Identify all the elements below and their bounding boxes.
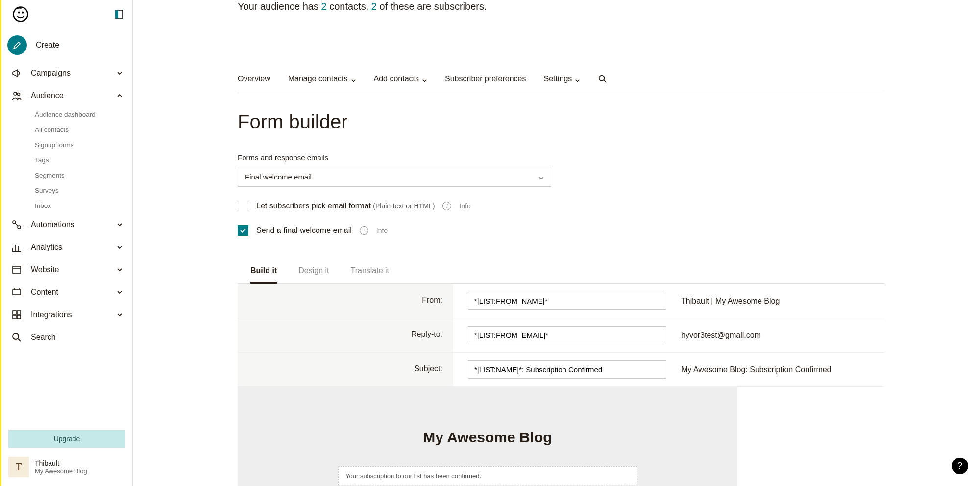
tab-label: Manage contacts (288, 75, 348, 83)
svg-point-16 (599, 76, 605, 81)
forms-select-label: Forms and response emails (238, 153, 960, 162)
user-account[interactable]: T Thibault My Awesome Blog (1, 452, 132, 486)
chevron-down-icon (117, 244, 123, 251)
tab-manage-contacts[interactable]: Manage contacts (288, 75, 356, 83)
chevron-down-icon (117, 266, 123, 273)
info-icon[interactable]: i (442, 202, 451, 210)
mailchimp-logo[interactable] (12, 6, 29, 23)
forms-select[interactable]: Final welcome email (238, 167, 551, 187)
tab-subscriber-preferences[interactable]: Subscriber preferences (445, 75, 526, 83)
option-send-welcome: Send a final welcome email i Info (238, 225, 960, 236)
chevron-down-icon (575, 77, 580, 82)
sidebar-item-integrations[interactable]: Integrations (1, 304, 132, 326)
svg-point-1 (18, 11, 20, 13)
people-icon (11, 90, 22, 101)
preview-message: Your subscription to our list has been c… (345, 472, 481, 480)
subject-input[interactable] (468, 360, 666, 379)
nav-label: Integrations (31, 310, 108, 319)
info-icon[interactable]: i (360, 226, 368, 235)
subnav-segments[interactable]: Segments (35, 168, 132, 183)
email-preview: My Awesome Blog Your subscription to our… (238, 387, 737, 486)
page-title: Form builder (238, 111, 960, 133)
option-label: Send a final welcome email (256, 226, 352, 235)
chevron-down-icon (117, 70, 123, 77)
tab-add-contacts[interactable]: Add contacts (374, 75, 428, 83)
svg-point-15 (13, 333, 19, 339)
sidebar-item-campaigns[interactable]: Campaigns (1, 62, 132, 84)
tab-translate-it[interactable]: Translate it (350, 261, 389, 283)
subnav-signup-forms[interactable]: Signup forms (35, 137, 132, 153)
from-input[interactable] (468, 292, 666, 310)
svg-point-6 (18, 93, 20, 96)
nav-label: Search (31, 333, 123, 342)
sidebar: Create Campaigns Audience Audience dashb… (1, 0, 133, 486)
option-label: Let subscribers pick email format (256, 202, 373, 210)
upgrade-button[interactable]: Upgrade (8, 430, 125, 448)
automation-icon (11, 219, 22, 230)
chevron-up-icon (117, 92, 123, 99)
content-icon (11, 287, 22, 298)
subscriber-count[interactable]: 2 (371, 1, 377, 12)
tab-settings[interactable]: Settings (543, 75, 580, 83)
from-resolved: Thibault | My Awesome Blog (681, 297, 780, 306)
nav-label: Campaigns (31, 69, 108, 77)
user-account-name: My Awesome Blog (35, 467, 87, 475)
info-label[interactable]: Info (376, 227, 388, 234)
audience-tabs: Overview Manage contacts Add contacts Su… (238, 74, 884, 91)
contact-count[interactable]: 2 (321, 1, 327, 12)
option-hint: (Plain-text or HTML) (373, 202, 435, 210)
nav-label: Automations (31, 220, 108, 229)
svg-rect-9 (13, 266, 21, 273)
subnav-all-contacts[interactable]: All contacts (35, 122, 132, 137)
avatar: T (8, 457, 29, 477)
sidebar-item-audience[interactable]: Audience (1, 84, 132, 107)
sidebar-item-website[interactable]: Website (1, 258, 132, 281)
preview-message-box[interactable]: Your subscription to our list has been c… (338, 466, 637, 485)
sidebar-item-automations[interactable]: Automations (1, 213, 132, 236)
main-content: Your audience has 2 contacts. 2 of these… (133, 0, 980, 486)
create-label: Create (36, 41, 59, 50)
subnav-audience-dashboard[interactable]: Audience dashboard (35, 107, 132, 122)
checkbox-send-welcome[interactable] (238, 225, 248, 236)
search-icon[interactable] (598, 74, 608, 84)
audience-summary: Your audience has 2 contacts. 2 of these… (238, 0, 960, 12)
grid-icon (11, 309, 22, 320)
create-button[interactable]: Create (1, 28, 132, 62)
chevron-down-icon (422, 77, 427, 82)
nav-label: Content (31, 288, 108, 297)
select-value: Final welcome email (245, 173, 312, 181)
tab-overview[interactable]: Overview (238, 75, 270, 83)
nav-label: Analytics (31, 243, 108, 252)
chevron-down-icon (351, 77, 356, 82)
email-headers-form: From: Thibault | My Awesome Blog Reply-t… (238, 284, 884, 387)
reply-to-label: Reply-to: (238, 318, 453, 353)
info-label[interactable]: Info (459, 202, 470, 210)
summary-text: Your audience has (238, 1, 321, 12)
sidebar-item-analytics[interactable]: Analytics (1, 236, 132, 258)
checkbox-pick-format[interactable] (238, 201, 248, 211)
svg-rect-12 (17, 311, 21, 314)
sidebar-item-search[interactable]: Search (1, 326, 132, 349)
builder-tabs: Build it Design it Translate it (238, 261, 884, 284)
subnav-surveys[interactable]: Surveys (35, 183, 132, 198)
subnav-tags[interactable]: Tags (35, 153, 132, 168)
website-icon (11, 264, 22, 275)
subnav-inbox[interactable]: Inbox (35, 198, 132, 213)
preview-title[interactable]: My Awesome Blog (423, 429, 552, 446)
nav-label: Website (31, 265, 108, 274)
sidebar-item-content[interactable]: Content (1, 281, 132, 304)
help-button[interactable]: ? (952, 458, 968, 474)
svg-rect-14 (17, 315, 21, 319)
collapse-sidebar-icon[interactable] (115, 10, 123, 19)
tab-design-it[interactable]: Design it (298, 261, 329, 283)
svg-point-5 (14, 92, 17, 95)
summary-text: of these are subscribers. (377, 1, 487, 12)
reply-to-input[interactable] (468, 326, 666, 344)
tab-build-it[interactable]: Build it (250, 261, 277, 284)
summary-text: contacts. (327, 1, 371, 12)
pencil-icon (7, 35, 27, 55)
svg-rect-4 (115, 10, 118, 18)
svg-rect-13 (13, 315, 16, 319)
nav-label: Audience (31, 91, 108, 100)
svg-rect-10 (13, 290, 21, 295)
